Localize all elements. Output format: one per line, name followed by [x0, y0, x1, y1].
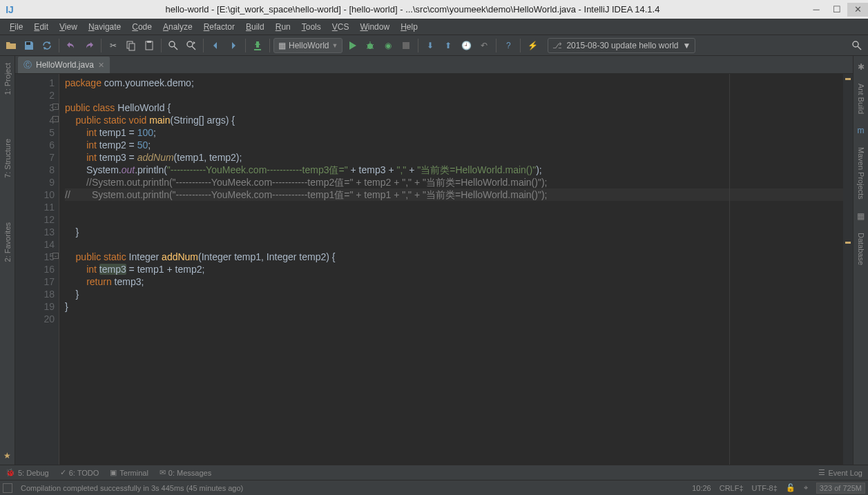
insert-mode-icon[interactable]: ⌖ [804, 483, 808, 492]
star-icon[interactable]: ★ [3, 451, 11, 460]
code-line[interactable]: } [65, 226, 843, 238]
menu-refactor[interactable]: Refactor [198, 21, 240, 33]
code-line[interactable]: int temp1 = 100; [65, 126, 843, 139]
code-line[interactable]: public static void main(String[] args) { [65, 114, 843, 126]
stop-icon[interactable] [398, 37, 414, 54]
code-line[interactable] [65, 238, 843, 251]
left-tool-2[interactable]: 2: Favorites [3, 218, 12, 266]
left-tool-0[interactable]: 1: Project [3, 59, 12, 99]
tool-window-toggle-icon[interactable] [3, 483, 12, 493]
lock-icon[interactable]: 🔓 [786, 483, 795, 492]
gutter-line[interactable]: 1 [15, 77, 55, 89]
jrebel-icon[interactable]: ⚡ [524, 37, 541, 54]
coverage-icon[interactable]: ◉ [380, 37, 396, 54]
file-encoding[interactable]: UTF-8‡ [752, 484, 778, 492]
minimize-button[interactable]: ─ [806, 3, 827, 17]
code-line[interactable]: int temp2 = 50; [65, 139, 843, 151]
gutter-line[interactable]: 8 [15, 164, 55, 176]
fold-icon[interactable]: - [52, 116, 59, 122]
gutter-line[interactable]: 2 [15, 89, 55, 101]
code-line[interactable]: //System.out.println("-----------YouMeek… [65, 176, 843, 188]
fold-icon[interactable]: - [52, 104, 59, 110]
code-line[interactable]: public class HelloWorld { [65, 101, 843, 114]
error-stripe[interactable] [843, 74, 853, 465]
menu-file[interactable]: File [4, 21, 28, 33]
code-line[interactable]: } [65, 300, 843, 313]
gutter-line[interactable]: 5 [15, 126, 55, 139]
bottom-tool-3[interactable]: ✉0: Messages [160, 468, 211, 477]
vcs-revert-icon[interactable]: ↶ [476, 37, 492, 54]
vcs-commit-icon[interactable]: ⬆ [440, 37, 456, 54]
menu-tools[interactable]: Tools [296, 21, 327, 33]
gutter-line[interactable]: 7 [15, 151, 55, 164]
memory-indicator[interactable]: 323 of 725M [816, 483, 865, 494]
gutter-line[interactable]: 12 [15, 213, 55, 226]
debug-icon[interactable] [362, 37, 378, 54]
paste-icon[interactable] [141, 37, 157, 54]
menu-build[interactable]: Build [240, 21, 270, 33]
replace-icon[interactable] [183, 37, 200, 54]
code-line[interactable]: return temp3; [65, 275, 843, 288]
menu-code[interactable]: Code [126, 21, 157, 33]
search-everywhere-icon[interactable] [849, 37, 865, 54]
gutter-line[interactable]: 4- [15, 114, 55, 126]
code-line[interactable]: public static Integer addNum(Integer tem… [65, 251, 843, 263]
gutter-line[interactable]: 3- [15, 101, 55, 114]
code-line[interactable]: int temp3 = addNum(temp1, temp2); [65, 151, 843, 164]
menu-help[interactable]: Help [395, 21, 423, 33]
gutter-line[interactable]: 14 [15, 238, 55, 251]
menu-view[interactable]: View [54, 21, 83, 33]
gutter-line[interactable]: 11 [15, 201, 55, 213]
fold-icon[interactable]: - [52, 253, 59, 259]
code-editor[interactable]: 123-4-56789101112131415-1617181920 packa… [15, 74, 853, 465]
save-all-icon[interactable] [21, 37, 37, 54]
forward-icon[interactable] [225, 37, 242, 54]
maximize-button[interactable]: ☐ [827, 3, 847, 17]
code-line[interactable]: } [65, 288, 843, 300]
close-button[interactable]: ✕ [847, 3, 868, 17]
code-line[interactable]: package com.youmeek.demo; [65, 77, 843, 89]
vcs-update-icon[interactable]: ⬇ [422, 37, 438, 54]
gutter-line[interactable]: 6 [15, 139, 55, 151]
right-tool-1[interactable]: Maven Projects [857, 143, 865, 204]
code-line[interactable] [65, 313, 843, 325]
right-tool-0[interactable]: Ant Build [857, 79, 865, 118]
code-line[interactable]: System.out.println("-----------YouMeek.c… [65, 164, 843, 176]
back-icon[interactable] [207, 37, 224, 54]
run-config-selector[interactable]: ▦ HelloWorld ▼ [273, 38, 343, 53]
cursor-position[interactable]: 10:26 [692, 484, 711, 492]
gutter-line[interactable]: 18 [15, 288, 55, 300]
redo-icon[interactable] [81, 37, 97, 54]
run-icon[interactable] [344, 37, 360, 54]
gutter-line[interactable]: 10 [15, 188, 55, 201]
right-tool-2[interactable]: Database [857, 229, 865, 269]
gutter-line[interactable]: 13 [15, 226, 55, 238]
menu-window[interactable]: Window [354, 21, 395, 33]
line-separator[interactable]: CRLF‡ [720, 484, 744, 492]
code-line[interactable]: // System.out.println("-----------YouMee… [65, 188, 843, 201]
menu-navigate[interactable]: Navigate [83, 21, 126, 33]
vcs-branch-selector[interactable]: ⎇ 2015-08-30 update hello world ▼ [548, 38, 695, 53]
event-log-button[interactable]: ☰Event Log [818, 468, 862, 477]
menu-edit[interactable]: Edit [28, 21, 54, 33]
open-icon[interactable] [3, 37, 19, 54]
left-tool-1[interactable]: 7: Structure [3, 135, 12, 182]
editor-tab[interactable]: Ⓒ HelloWorld.java ✕ [18, 57, 110, 73]
gutter-line[interactable]: 17 [15, 275, 55, 288]
menu-analyze[interactable]: Analyze [157, 21, 198, 33]
copy-icon[interactable] [123, 37, 139, 54]
build-icon[interactable] [249, 37, 266, 54]
bottom-tool-2[interactable]: ▣Terminal [110, 468, 148, 477]
code-line[interactable]: int temp3 = temp1 + temp2; [65, 263, 843, 275]
menu-run[interactable]: Run [270, 21, 296, 33]
gutter-line[interactable]: 16 [15, 263, 55, 275]
code-area[interactable]: package com.youmeek.demo;public class He… [59, 74, 843, 465]
menu-vcs[interactable]: VCS [327, 21, 355, 33]
gutter-line[interactable]: 15- [15, 251, 55, 263]
gutter-line[interactable]: 19 [15, 300, 55, 313]
code-line[interactable] [65, 213, 843, 226]
close-tab-icon[interactable]: ✕ [98, 61, 104, 70]
bottom-tool-0[interactable]: 🐞5: Debug [6, 468, 49, 477]
sync-icon[interactable] [39, 37, 55, 54]
gutter[interactable]: 123-4-56789101112131415-1617181920 [15, 74, 59, 465]
